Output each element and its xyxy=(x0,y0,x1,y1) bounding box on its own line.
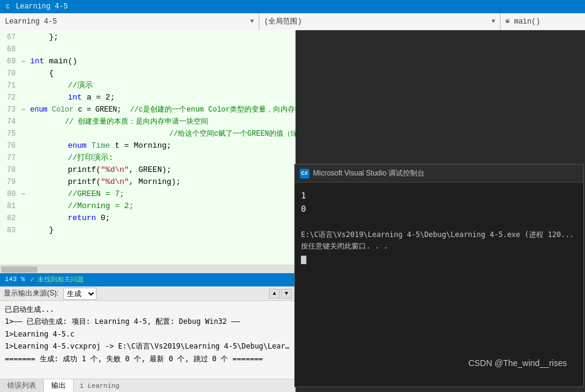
code-line-70: 70 { xyxy=(0,68,296,80)
scope-arrow-icon: ▼ xyxy=(492,18,495,25)
scroll-thumb[interactable] xyxy=(1,267,37,273)
output-line-3: 1>Learning 4-5.c xyxy=(5,328,291,340)
code-line-81: 81 //Morning = 2; xyxy=(0,200,296,212)
output-panel: 显示输出来源(S): 生成 ▲ ▼ 已启动生成... 1>—— 已启动生成: 项… xyxy=(0,285,296,379)
output-line-2: 1>—— 已启动生成: 项目: Learning 4-5, 配置: Debug … xyxy=(5,315,291,327)
code-lines-container: 67 }; 68 69 − int main() 70 { 71 // xyxy=(0,30,296,236)
method-dropdown[interactable]: ⊕ main() xyxy=(501,13,585,30)
scroll-bar[interactable] xyxy=(0,265,296,273)
zoom-level: 143 % xyxy=(5,276,25,283)
output-source-label: 显示输出来源(S): xyxy=(4,288,58,299)
code-line-74: 74 // 创建变量的本质：是向内存申请一块空间 xyxy=(0,116,296,128)
output-panel-header: 显示输出来源(S): 生成 ▲ ▼ xyxy=(0,286,296,301)
file-label: Learning 4-5 xyxy=(5,17,57,26)
code-line-82: 82 return 0; xyxy=(0,212,296,224)
code-line-67: 67 }; xyxy=(0,31,296,43)
bottom-tabbar: 错误列表 输出 1 Learning xyxy=(0,379,296,392)
watermark: CSDN @The_wind__rises xyxy=(468,358,567,368)
code-line-79: 79 printf("%d\n", Morning); xyxy=(0,176,296,188)
output-scroll-up-btn[interactable]: ▲ xyxy=(269,289,280,299)
output-source-select[interactable]: 生成 xyxy=(63,288,96,300)
output-line-5: ======= 生成: 成功 1 个, 失败 0 个, 最新 0 个, 跳过 0… xyxy=(5,353,291,365)
dropdown-arrow-icon: ▼ xyxy=(250,18,254,25)
code-line-83: 83 } xyxy=(0,224,296,236)
code-line-71: 71 //演示 xyxy=(0,80,296,92)
code-line-77: 77 //打印演示: xyxy=(0,152,296,164)
code-line-78: 78 printf("%d\n", GREEN); xyxy=(0,164,296,176)
output-line-4: 1>Learning 4-5.vcxproj -> E:\C语言\Vs2019\… xyxy=(5,340,291,352)
scope-label: (全局范围) xyxy=(264,16,302,27)
app-icon: C xyxy=(4,3,12,11)
tab-output[interactable]: 输出 xyxy=(44,379,74,393)
output-content: 已启动生成... 1>—— 已启动生成: 项目: Learning 4-5, 配… xyxy=(0,301,296,367)
console-spacer xyxy=(301,216,577,229)
console-titlebar: C# Microsoft Visual Studio 调试控制台 xyxy=(295,165,583,183)
output-toolbar: ▲ ▼ xyxy=(269,289,292,299)
code-line-72: 72 int a = 2; xyxy=(0,92,296,104)
top-toolbar: Learning 4-5 ▼ (全局范围) ▼ ⊕ main() xyxy=(0,13,585,30)
code-line-73: 73 − enum Color c = GREEN; //c是创建的一个enum… xyxy=(0,104,296,116)
console-title: Microsoft Visual Studio 调试控制台 xyxy=(313,168,425,179)
console-output-1: 1 xyxy=(301,189,577,202)
output-scroll-down-btn[interactable]: ▼ xyxy=(281,289,292,299)
code-line-76: 76 enum Time t = Morning; xyxy=(0,140,296,152)
no-issues-label: 未找到相关问题 xyxy=(37,275,84,284)
console-window[interactable]: C# Microsoft Visual Studio 调试控制台 1 0 E:\… xyxy=(294,164,584,387)
console-app-icon: C# xyxy=(300,169,309,179)
console-output-2: 0 xyxy=(301,202,577,215)
check-icon: ✓ xyxy=(30,276,35,283)
status-item-label: 1 Learning xyxy=(80,382,119,390)
window-title: Learning 4-5 xyxy=(16,2,68,11)
code-line-69: 69 − int main() xyxy=(0,55,296,68)
method-label: ⊕ main() xyxy=(505,17,540,26)
title-bar: C Learning 4-5 xyxy=(0,0,585,13)
console-path-line: E:\C语言\Vs2019\Learning 4-5\Debug\Learnin… xyxy=(301,229,577,241)
code-line-80: 80 − //GREEN = 7; xyxy=(0,188,296,200)
code-editor: 67 }; 68 69 − int main() 70 { 71 // xyxy=(0,30,296,392)
file-dropdown[interactable]: Learning 4-5 ▼ xyxy=(0,13,259,30)
console-cursor xyxy=(301,256,306,264)
code-line-75: 75 //给这个空间c赋了一个GREEN的值（绿色） xyxy=(0,128,296,140)
editor-status-bar: 143 % ✓ 未找到相关问题 xyxy=(0,273,296,285)
console-body: 1 0 E:\C语言\Vs2019\Learning 4-5\Debug\Lea… xyxy=(295,183,583,272)
output-line-1: 已启动生成... xyxy=(5,303,291,315)
scope-dropdown[interactable]: (全局范围) ▼ xyxy=(259,13,501,30)
tab-error-list[interactable]: 错误列表 xyxy=(0,379,44,393)
code-line-68: 68 xyxy=(0,43,296,55)
console-press-line: 按任意键关闭此窗口. . . xyxy=(301,241,577,252)
